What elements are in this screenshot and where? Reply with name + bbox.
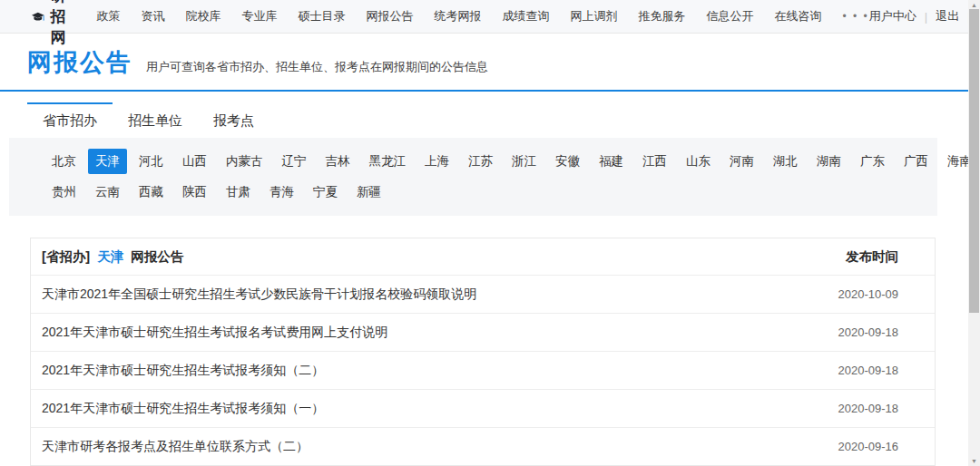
province-item[interactable]: 江苏 [461,149,500,174]
table-row[interactable]: 天津市研考各报考点及招生单位联系方式（二） 2020-09-16 [31,427,935,465]
graduation-cap-icon [31,7,45,26]
nav-item-policy[interactable]: 政策 [97,8,121,24]
page-title: 网报公告 [27,48,132,77]
table-row[interactable]: 2021年天津市硕士研究生招生考试报考须知（二） 2020-09-18 [31,351,935,389]
province-item[interactable]: 福建 [592,149,631,174]
province-item[interactable]: 甘肃 [219,180,258,205]
nav-more-icon[interactable]: • • • [843,10,869,23]
table-header-prefix: [省招办] [42,249,90,264]
province-item-selected[interactable]: 天津 [88,149,127,174]
province-item[interactable]: 江西 [635,149,674,174]
province-item[interactable]: 北京 [44,149,83,174]
province-item[interactable]: 云南 [88,180,127,205]
province-item[interactable]: 新疆 [349,180,388,205]
province-item[interactable]: 上海 [417,149,456,174]
table-header-date-column: 发布时间 [846,248,898,266]
separator: | [925,10,927,24]
vertical-scrollbar[interactable]: ▲ ▼ [968,0,980,466]
province-item[interactable]: 吉林 [318,149,358,174]
table-row[interactable]: 2021年天津市硕士研究生招生考试报名考试费用网上支付说明 2020-09-18 [31,313,935,351]
category-tabs: 省市招办 招生单位 报考点 [27,102,980,138]
province-item[interactable]: 河南 [722,149,761,174]
table-row[interactable]: 2021年天津市硕士研究生招生考试报考须知（一） 2020-09-18 [31,389,935,427]
nav-item-score-query[interactable]: 成绩查询 [503,8,550,24]
logout-link[interactable]: 退出 [936,8,959,24]
publish-date: 2020-09-16 [838,440,899,453]
site-logo[interactable]: 研招网 [31,0,79,48]
nav-item-major-library[interactable]: 专业库 [242,8,278,24]
page-subtitle: 用户可查询各省市招办、招生单位、报考点在网报期间的公告信息 [146,50,488,75]
province-item[interactable]: 湖南 [809,149,848,174]
province-item[interactable]: 黑龙江 [362,149,414,174]
nav-item-exemption-service[interactable]: 推免服务 [639,8,686,24]
province-item[interactable]: 安徽 [548,149,587,174]
province-selector-panel: 北京 天津 河北 山西 内蒙古 辽宁 吉林 黑龙江 上海 江苏 浙江 安徽 福建… [9,138,937,216]
announcement-table: [省招办] 天津 网报公告 发布时间 天津市2021年全国硕士研究生招生考试少数… [30,238,936,466]
user-center-link[interactable]: 用户中心 [869,8,916,24]
publish-date: 2020-10-09 [838,287,899,301]
announcement-link[interactable]: 2021年天津市硕士研究生招生考试报名考试费用网上支付说明 [42,325,387,341]
table-header-region: 天津 [97,249,123,264]
page-header: 网报公告 用户可查询各省市招办、招生单位、报考点在网报期间的公告信息 [0,34,980,92]
tab-exam-site[interactable]: 报考点 [198,102,270,138]
province-item[interactable]: 广东 [853,149,892,174]
top-navigation: 研招网 政策 资讯 院校库 专业库 硕士目录 网报公告 统考网报 成绩查询 网上… [0,0,980,34]
announcement-link[interactable]: 天津市研考各报考点及招生单位联系方式（二） [42,439,309,455]
province-item[interactable]: 广西 [897,149,936,174]
province-item[interactable]: 河北 [132,149,171,174]
scroll-up-icon[interactable]: ▲ [968,1,980,9]
table-row[interactable]: 天津市2021年全国硕士研究生招生考试少数民族骨干计划报名校验码领取说明 202… [31,275,935,313]
province-row-2: 贵州 云南 西藏 陕西 甘肃 青海 宁夏 新疆 [44,177,919,208]
province-item[interactable]: 陕西 [175,180,214,205]
province-item[interactable]: 宁夏 [306,180,345,205]
province-item[interactable]: 西藏 [132,180,171,205]
scroll-down-icon[interactable]: ▼ [968,457,980,465]
nav-item-news[interactable]: 资讯 [142,8,165,24]
tab-admission-unit[interactable]: 招生单位 [113,102,198,138]
nav-item-info-disclosure[interactable]: 信息公开 [707,8,754,24]
nav-item-online-adjustment[interactable]: 网上调剂 [571,8,618,24]
nav-item-unified-exam[interactable]: 统考网报 [435,8,482,24]
announcement-link[interactable]: 2021年天津市硕士研究生招生考试报考须知（一） [42,401,324,417]
announcement-link[interactable]: 2021年天津市硕士研究生招生考试报考须知（二） [42,363,324,379]
scrollbar-thumb[interactable] [969,9,979,313]
table-header-title: [省招办] 天津 网报公告 [42,248,187,266]
nav-item-college-library[interactable]: 院校库 [186,8,221,24]
table-header: [省招办] 天津 网报公告 发布时间 [31,238,935,275]
announcement-link[interactable]: 天津市2021年全国硕士研究生招生考试少数民族骨干计划报名校验码领取说明 [42,286,476,303]
province-item[interactable]: 山东 [679,149,718,174]
publish-date: 2020-09-18 [838,402,899,415]
province-item[interactable]: 浙江 [505,149,544,174]
nav-item-online-announcement[interactable]: 网报公告 [367,8,414,24]
site-logo-text: 研招网 [51,0,79,48]
province-item[interactable]: 辽宁 [275,149,314,174]
nav-item-online-consult[interactable]: 在线咨询 [775,8,822,24]
province-item[interactable]: 内蒙古 [219,149,270,174]
publish-date: 2020-09-18 [838,364,899,377]
tab-province-admission-office[interactable]: 省市招办 [27,102,113,138]
user-links: 用户中心 | 退出 | 帮助中心 [869,8,980,24]
province-item[interactable]: 湖北 [766,149,805,174]
nav-item-master-catalog[interactable]: 硕士目录 [299,8,346,24]
table-header-suffix: 网报公告 [131,249,183,264]
province-item[interactable]: 山西 [175,149,214,174]
province-row-1: 北京 天津 河北 山西 内蒙古 辽宁 吉林 黑龙江 上海 江苏 浙江 安徽 福建… [44,146,919,177]
province-item[interactable]: 青海 [262,180,301,205]
province-item[interactable]: 贵州 [44,180,83,205]
publish-date: 2020-09-18 [838,325,899,339]
